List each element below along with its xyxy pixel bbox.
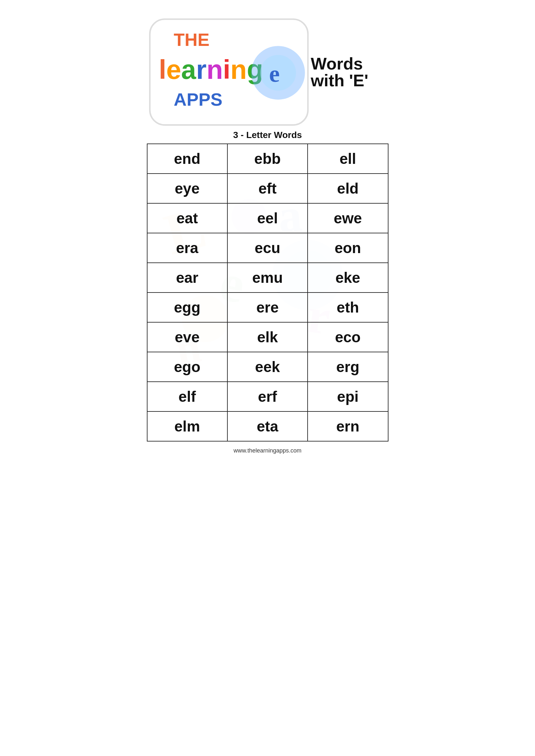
word-cell: eek [227, 352, 308, 382]
word-cell: eon [308, 233, 388, 263]
word-cell: end [147, 144, 227, 174]
word-cell: eft [227, 174, 308, 203]
word-cell: ebb [227, 144, 308, 174]
table-row: eveelkeco [147, 322, 388, 352]
word-cell: eel [227, 203, 308, 233]
word-cell: ego [147, 352, 227, 382]
main-title: Words with 'E' [311, 55, 388, 89]
table-row: egoeekerg [147, 352, 388, 382]
table-row: eraecueon [147, 233, 388, 263]
word-cell: erf [227, 382, 308, 412]
table-wrapper: L e a r n endebbelleyeefteldeateeleweera… [147, 144, 388, 442]
table-row: elmetaern [147, 412, 388, 441]
word-cell: elk [227, 322, 308, 352]
word-cell: ewe [308, 203, 388, 233]
word-cell: eth [308, 292, 388, 322]
word-cell: eta [227, 412, 308, 441]
logo: THE learning APPS e [147, 16, 311, 128]
svg-text:e: e [269, 61, 280, 87]
table-row: endebbell [147, 144, 388, 174]
word-cell: eke [308, 263, 388, 292]
footer: www.thelearningapps.com [147, 447, 388, 454]
svg-text:THE: THE [174, 30, 210, 50]
website-text: www.thelearningapps.com [234, 447, 301, 454]
page: THE learning APPS e Words with 'E' 3 - L… [134, 7, 401, 467]
svg-text:APPS: APPS [174, 90, 223, 110]
word-cell: epi [308, 382, 388, 412]
word-cell: eye [147, 174, 227, 203]
word-cell: eco [308, 322, 388, 352]
word-cell: eld [308, 174, 388, 203]
word-cell: ecu [227, 233, 308, 263]
word-cell: ern [308, 412, 388, 441]
word-cell: eat [147, 203, 227, 233]
table-row: earemueke [147, 263, 388, 292]
word-cell: ere [227, 292, 308, 322]
word-cell: egg [147, 292, 227, 322]
title-block: Words with 'E' [311, 55, 388, 89]
header: THE learning APPS e Words with 'E' [147, 16, 388, 128]
table-row: eateelewe [147, 203, 388, 233]
table-row: eyeefteld [147, 174, 388, 203]
word-cell: elm [147, 412, 227, 441]
subtitle: 3 - Letter Words [147, 130, 388, 140]
word-cell: ell [308, 144, 388, 174]
word-cell: erg [308, 352, 388, 382]
word-cell: elf [147, 382, 227, 412]
subtitle-wrapper: 3 - Letter Words [147, 130, 388, 140]
word-table: endebbelleyeefteldeateeleweeraecueoneare… [147, 144, 388, 442]
table-row: eggereeth [147, 292, 388, 322]
word-cell: era [147, 233, 227, 263]
word-cell: emu [227, 263, 308, 292]
table-row: elferfepi [147, 382, 388, 412]
word-cell: eve [147, 322, 227, 352]
svg-text:learning: learning [158, 55, 263, 85]
word-cell: ear [147, 263, 227, 292]
